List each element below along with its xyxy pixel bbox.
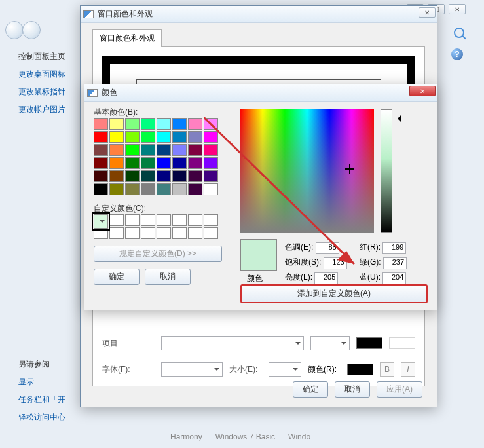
basic-color-swatch[interactable]: [204, 131, 218, 143]
cp-home-heading[interactable]: 控制面板主页: [18, 51, 84, 62]
basic-color-swatch[interactable]: [172, 131, 187, 143]
basic-color-swatch[interactable]: [188, 131, 202, 143]
basic-color-swatch[interactable]: [94, 131, 108, 143]
basic-color-swatch[interactable]: [94, 118, 108, 130]
basic-color-swatch[interactable]: [172, 170, 187, 182]
custom-color-swatch[interactable]: [141, 227, 155, 239]
define-custom-button[interactable]: 规定自定义颜色(D) >>: [94, 246, 222, 262]
basic-color-swatch[interactable]: [141, 183, 155, 195]
search-icon[interactable]: [454, 28, 464, 38]
basic-color-swatch[interactable]: [172, 157, 187, 169]
basic-color-swatch[interactable]: [188, 118, 202, 130]
color1-swatch[interactable]: [356, 337, 382, 349]
help-icon[interactable]: ?: [451, 48, 463, 60]
link-display[interactable]: 显示: [18, 377, 84, 388]
custom-color-swatch[interactable]: [157, 227, 171, 239]
basic-color-swatch[interactable]: [157, 144, 171, 156]
color-ok-button[interactable]: 确定: [94, 269, 140, 285]
basic-color-swatch[interactable]: [188, 157, 202, 169]
basic-color-swatch[interactable]: [172, 118, 187, 130]
custom-color-swatch[interactable]: [125, 214, 140, 226]
red-input[interactable]: 199: [382, 242, 406, 254]
basic-color-swatch[interactable]: [172, 144, 187, 156]
font-select[interactable]: [161, 362, 223, 377]
custom-color-swatch[interactable]: [204, 227, 218, 239]
basic-color-swatch[interactable]: [94, 170, 108, 182]
link-ease-access[interactable]: 轻松访问中心: [18, 412, 84, 423]
link-account-picture[interactable]: 更改帐户图片: [18, 104, 84, 115]
basic-color-swatch[interactable]: [125, 183, 140, 195]
basic-color-swatch[interactable]: [125, 131, 140, 143]
custom-color-swatch[interactable]: [94, 227, 108, 239]
basic-color-swatch[interactable]: [141, 157, 155, 169]
basic-color-swatch[interactable]: [125, 157, 140, 169]
appearance-close-button[interactable]: ✕: [419, 7, 436, 18]
basic-color-swatch[interactable]: [109, 183, 124, 195]
item-size-select[interactable]: [310, 336, 350, 350]
basic-color-swatch[interactable]: [157, 157, 171, 169]
font-color-swatch[interactable]: [347, 364, 373, 375]
luminance-slider[interactable]: [381, 109, 392, 233]
forward-button[interactable]: [22, 21, 41, 39]
bg-close-button[interactable]: ✕: [449, 4, 466, 14]
basic-color-swatch[interactable]: [125, 170, 140, 182]
blue-input[interactable]: 204: [382, 272, 406, 284]
color-cancel-button[interactable]: 取消: [145, 269, 191, 285]
appearance-tab[interactable]: 窗口颜色和外观: [92, 29, 162, 47]
custom-color-swatch[interactable]: [157, 214, 171, 226]
custom-color-swatch[interactable]: [188, 227, 202, 239]
appearance-ok-button[interactable]: 确定: [293, 381, 328, 398]
basic-color-swatch[interactable]: [109, 157, 124, 169]
basic-color-swatch[interactable]: [188, 144, 202, 156]
basic-color-swatch[interactable]: [204, 183, 218, 195]
custom-color-swatch[interactable]: [109, 227, 124, 239]
custom-color-swatch[interactable]: [141, 214, 155, 226]
size-select[interactable]: [269, 362, 301, 377]
appearance-cancel-button[interactable]: 取消: [335, 381, 370, 398]
custom-color-swatch[interactable]: [125, 227, 140, 239]
basic-color-swatch[interactable]: [141, 170, 155, 182]
basic-color-swatch[interactable]: [204, 157, 218, 169]
custom-color-swatch[interactable]: [188, 214, 202, 226]
appearance-apply-button[interactable]: 应用(A): [377, 381, 422, 398]
custom-color-swatch[interactable]: [204, 214, 218, 226]
basic-color-swatch[interactable]: [141, 118, 155, 130]
basic-color-swatch[interactable]: [109, 118, 124, 130]
custom-color-swatch[interactable]: [172, 214, 187, 226]
link-taskbar[interactable]: 任务栏和「开: [18, 394, 84, 405]
basic-color-swatch[interactable]: [204, 144, 218, 156]
basic-color-swatch[interactable]: [109, 170, 124, 182]
link-desktop-icons[interactable]: 更改桌面图标: [18, 69, 84, 80]
bold-button[interactable]: B: [380, 362, 394, 377]
basic-color-swatch[interactable]: [157, 118, 171, 130]
basic-color-swatch[interactable]: [172, 183, 187, 195]
custom-color-swatch[interactable]: [109, 214, 124, 226]
item-select[interactable]: [161, 336, 304, 350]
basic-color-swatch[interactable]: [94, 183, 108, 195]
basic-color-swatch[interactable]: [94, 157, 108, 169]
basic-color-swatch[interactable]: [109, 144, 124, 156]
basic-color-swatch[interactable]: [125, 118, 140, 130]
add-to-custom-button[interactable]: 添加到自定义颜色(A): [240, 284, 428, 303]
lum-input[interactable]: 205: [314, 272, 338, 284]
basic-color-swatch[interactable]: [204, 118, 218, 130]
custom-color-swatch[interactable]: [94, 214, 108, 229]
hue-input[interactable]: 85: [316, 242, 339, 254]
basic-color-swatch[interactable]: [188, 170, 202, 182]
basic-color-swatch[interactable]: [109, 131, 124, 143]
green-input[interactable]: 237: [383, 257, 407, 269]
custom-color-swatch[interactable]: [172, 227, 187, 239]
italic-button[interactable]: I: [401, 362, 415, 377]
basic-color-swatch[interactable]: [141, 131, 155, 143]
color2-swatch[interactable]: [389, 337, 415, 349]
color-close-button[interactable]: ✕: [409, 86, 436, 96]
link-mouse-pointers[interactable]: 更改鼠标指针: [18, 86, 84, 98]
hue-sat-picker[interactable]: [240, 109, 374, 233]
basic-color-swatch[interactable]: [125, 144, 140, 156]
back-button[interactable]: [5, 21, 24, 39]
basic-color-swatch[interactable]: [94, 144, 108, 156]
basic-color-swatch[interactable]: [188, 183, 202, 195]
sat-input[interactable]: 123: [324, 257, 347, 269]
basic-color-swatch[interactable]: [157, 170, 171, 182]
basic-color-swatch[interactable]: [141, 144, 155, 156]
